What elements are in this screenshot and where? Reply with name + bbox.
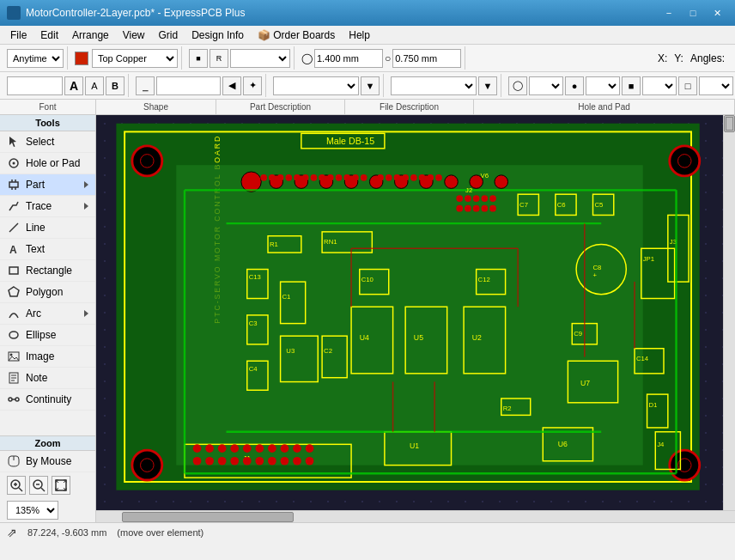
svg-text:U5: U5	[414, 333, 423, 342]
part-desc-btn[interactable]: ▼	[361, 76, 380, 95]
menu-arrange[interactable]: Arrange	[65, 27, 116, 43]
svg-text:U1: U1	[410, 441, 419, 450]
hole-circle-btn[interactable]: ◯	[508, 76, 527, 95]
tool-arc[interactable]: Arc	[0, 303, 95, 325]
hscroll-thumb[interactable]	[122, 512, 294, 522]
maximize-button[interactable]: □	[682, 4, 704, 21]
tool-line[interactable]: Line	[0, 217, 95, 239]
layer-combo[interactable]: Top Copper	[92, 49, 178, 68]
svg-point-2	[13, 162, 15, 165]
line-width-input[interactable]: 0.300 mm	[156, 76, 221, 95]
close-button[interactable]: ✕	[706, 4, 728, 21]
svg-point-138	[465, 195, 471, 202]
line-icon	[7, 221, 21, 234]
image-icon	[7, 350, 21, 363]
tool-rectangle[interactable]: Rectangle	[0, 260, 95, 282]
font-bold-large[interactable]: A	[64, 76, 83, 95]
part-desc-section: ▼	[270, 74, 384, 97]
vscroll-thumb[interactable]	[726, 117, 733, 131]
combo-middle[interactable]	[230, 49, 290, 68]
svg-text:U4: U4	[360, 333, 369, 342]
svg-text:C8: C8	[593, 264, 602, 271]
tool-ellipse[interactable]: Ellipse	[0, 325, 95, 346]
svg-text:C12: C12	[478, 276, 490, 283]
file-desc-combo[interactable]	[391, 76, 477, 95]
shape-star[interactable]: ✦	[243, 76, 262, 95]
svg-text:JP1: JP1	[643, 255, 654, 263]
pad-combo-4[interactable]	[699, 76, 733, 95]
zoom-in-button[interactable]	[7, 476, 26, 495]
tool-continuity[interactable]: Continuity	[0, 389, 95, 411]
width-input-2[interactable]: 0.750 mm	[392, 49, 461, 68]
zoom-out-button[interactable]	[29, 476, 48, 495]
svg-point-150	[230, 444, 239, 453]
menu-grid[interactable]: Grid	[152, 27, 185, 43]
pad-combo-3[interactable]	[642, 76, 677, 95]
tool-image-label: Image	[26, 350, 54, 362]
tool-note[interactable]: Note	[0, 368, 95, 389]
svg-point-125	[336, 174, 343, 181]
toolbar-icon-2[interactable]: R	[210, 49, 228, 68]
tool-hole-or-pad[interactable]: Hole or Pad	[0, 153, 95, 174]
anytime-combo[interactable]: Anytime	[7, 49, 64, 68]
layer-color-box	[75, 52, 88, 65]
pad-combo-1[interactable]	[529, 76, 563, 95]
hole-pad-section: ◯ ● ■ □	[505, 74, 735, 97]
part-desc-label: Part Description	[216, 100, 345, 114]
file-desc-label: File Description	[345, 100, 474, 114]
hole-rect-btn[interactable]: ■	[622, 76, 641, 95]
zoom-section: Zoom By Mouse 135%	[0, 435, 95, 522]
tool-text[interactable]: A Text	[0, 239, 95, 260]
svg-text:J2: J2	[465, 186, 472, 194]
menu-edit[interactable]: Edit	[33, 27, 65, 43]
tool-select[interactable]: Select	[0, 131, 95, 153]
svg-text:C2: C2	[324, 347, 332, 355]
svg-text:R1: R1	[270, 240, 278, 248]
menu-file[interactable]: File	[3, 27, 33, 43]
menu-order-boards[interactable]: 📦 Order Boards	[251, 27, 342, 43]
toolbar-icon-1[interactable]: ■	[189, 49, 208, 68]
pcb-canvas[interactable]: Male DB-15 PTC-SERVO MOTOR CONTROL BOARD	[96, 115, 723, 510]
shape-arrow-left[interactable]: ◀	[222, 76, 241, 95]
tool-part[interactable]: Part	[0, 174, 95, 196]
font-bold-btn[interactable]: B	[106, 76, 125, 95]
mouse-icon	[7, 454, 21, 468]
pad-combo-2[interactable]	[586, 76, 620, 95]
menu-help[interactable]: Help	[342, 27, 377, 43]
hole-sq-btn[interactable]: □	[678, 76, 697, 95]
hole-filled-btn[interactable]: ●	[565, 76, 584, 95]
zoom-controls	[0, 472, 95, 498]
menu-design-info[interactable]: Design Info	[185, 27, 251, 43]
tool-image[interactable]: Image	[0, 346, 95, 368]
angle-label: Angles:	[690, 52, 725, 64]
svg-point-142	[456, 205, 463, 212]
svg-line-24	[19, 488, 22, 491]
shape-section: ⎯ 0.300 mm ◀ ✦	[132, 74, 266, 97]
minimize-button[interactable]: −	[658, 4, 680, 21]
svg-point-148	[205, 444, 214, 453]
shape-line-btn[interactable]: ⎯	[136, 76, 155, 95]
zoom-level-combo[interactable]: 135%	[7, 501, 58, 520]
svg-point-159	[218, 457, 227, 466]
polygon-icon	[7, 285, 21, 299]
font-bold-small[interactable]: A	[85, 76, 104, 95]
tool-note-label: Note	[26, 372, 47, 384]
font-size-input[interactable]: 1.511 mm	[7, 76, 63, 95]
scrollbar-vertical[interactable]	[723, 115, 735, 510]
zoom-fit-button[interactable]	[52, 476, 70, 495]
svg-point-46	[241, 172, 261, 192]
zoom-by-mouse-item[interactable]: By Mouse	[0, 451, 95, 472]
window-controls: − □ ✕	[658, 4, 728, 21]
svg-text:Male DB-15: Male DB-15	[326, 136, 374, 146]
zoom-by-mouse-label: By Mouse	[26, 455, 71, 467]
svg-point-127	[352, 174, 359, 181]
scrollbar-horizontal[interactable]	[96, 510, 735, 522]
svg-point-165	[293, 457, 301, 466]
tools-header: Tools	[0, 115, 95, 131]
file-desc-btn[interactable]: ▼	[478, 76, 497, 95]
tool-polygon[interactable]: Polygon	[0, 282, 95, 303]
menu-view[interactable]: View	[116, 27, 152, 43]
part-desc-combo[interactable]	[273, 76, 359, 95]
width-input-1[interactable]: 1.400 mm	[314, 49, 383, 68]
tool-trace[interactable]: Trace	[0, 196, 95, 217]
